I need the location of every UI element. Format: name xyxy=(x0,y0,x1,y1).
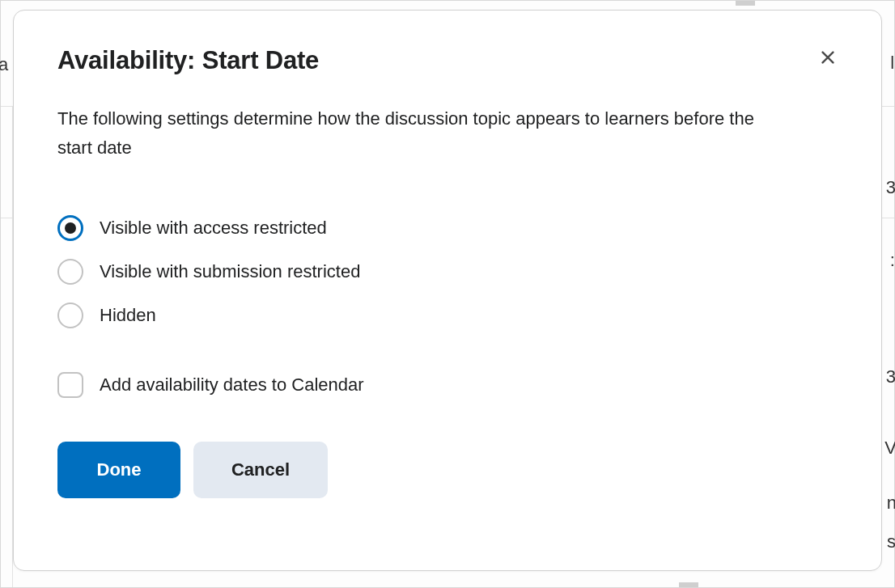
background-text: V xyxy=(884,438,895,459)
cancel-button[interactable]: Cancel xyxy=(193,442,328,498)
background-text: li xyxy=(890,53,895,74)
radio-option-visible-access-restricted[interactable]: Visible with access restricted xyxy=(57,215,838,241)
background-text: a xyxy=(0,54,8,75)
dialog-title: Availability: Start Date xyxy=(57,46,319,75)
radio-indicator xyxy=(57,215,83,241)
background-text: 3 xyxy=(886,366,895,387)
radio-label: Visible with submission restricted xyxy=(100,261,360,282)
availability-dialog: Availability: Start Date The following s… xyxy=(13,10,882,571)
dialog-header: Availability: Start Date xyxy=(57,46,838,75)
radio-indicator xyxy=(57,259,83,285)
checkbox-label: Add availability dates to Calendar xyxy=(100,374,364,396)
visibility-radio-group: Visible with access restricted Visible w… xyxy=(57,215,838,328)
background-text: 3 xyxy=(886,177,895,198)
close-button[interactable] xyxy=(813,43,842,72)
radio-option-hidden[interactable]: Hidden xyxy=(57,302,838,328)
radio-label: Visible with access restricted xyxy=(100,218,327,239)
radio-option-visible-submission-restricted[interactable]: Visible with submission restricted xyxy=(57,259,838,285)
add-to-calendar-checkbox[interactable]: Add availability dates to Calendar xyxy=(57,372,838,398)
background-mark xyxy=(679,582,698,587)
radio-label: Hidden xyxy=(100,305,156,326)
close-icon xyxy=(819,49,837,66)
radio-indicator xyxy=(57,302,83,328)
done-button[interactable]: Done xyxy=(57,442,180,498)
background-text: s xyxy=(887,531,895,552)
background-text: n xyxy=(887,493,895,514)
radio-dot-icon xyxy=(65,222,76,234)
dialog-description: The following settings determine how the… xyxy=(57,104,786,163)
background-text: :: xyxy=(890,250,895,271)
background-mark xyxy=(736,1,755,6)
checkbox-indicator xyxy=(57,372,83,398)
dialog-footer: Done Cancel xyxy=(57,442,838,498)
